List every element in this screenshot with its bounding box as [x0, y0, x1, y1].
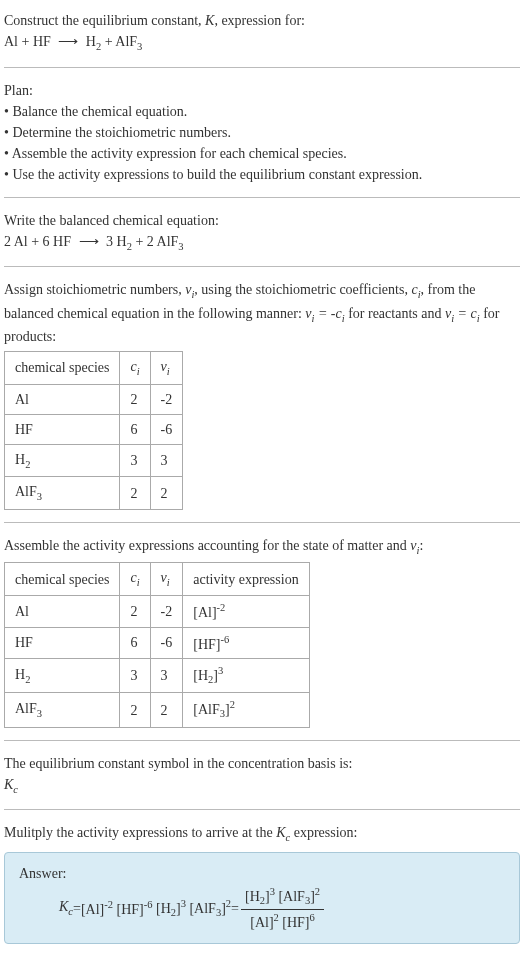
table-header: ci	[120, 563, 150, 596]
nu-symbol: νi	[185, 282, 194, 297]
cell-ci: 3	[120, 444, 150, 477]
table-header: νi	[150, 352, 183, 385]
assemble-text: :	[419, 538, 423, 553]
fraction: [H2]3 [AlF3]2 [Al]2 [HF]6	[241, 884, 324, 933]
table-header-row: chemical species ci νi activity expressi…	[5, 563, 310, 596]
balanced-block: Write the balanced chemical equation: 2 …	[4, 204, 520, 261]
ci-symbol: ci	[411, 282, 420, 297]
assemble-block: Assemble the activity expressions accoun…	[4, 529, 520, 734]
plan-item: • Use the activity expressions to build …	[4, 164, 520, 185]
cell-species: H2	[5, 659, 120, 693]
equals: =	[73, 898, 81, 919]
cell-nu: 3	[150, 444, 183, 477]
assign-block: Assign stoichiometric numbers, νi, using…	[4, 273, 520, 516]
eqconst-block: The equilibrium constant symbol in the c…	[4, 747, 520, 804]
stoich-table: chemical species ci νi Al 2 -2 HF 6 -6 H…	[4, 351, 183, 510]
term: [H2]3	[156, 896, 186, 921]
term: [AlF3]2	[189, 896, 231, 921]
plan-item: • Determine the stoichiometric numbers.	[4, 122, 520, 143]
prompt-text-b: , expression for:	[214, 13, 305, 28]
cell-activity: [HF]-6	[183, 627, 309, 659]
relation: νi = ci	[445, 306, 480, 321]
divider	[4, 740, 520, 741]
cell-species: Al	[5, 384, 120, 414]
cell-ci: 6	[120, 627, 150, 659]
table-header: activity expression	[183, 563, 309, 596]
divider	[4, 67, 520, 68]
kc-symbol: Kc	[276, 825, 290, 840]
table-row: AlF3 2 2	[5, 477, 183, 510]
table-header: νi	[150, 563, 183, 596]
cell-nu: -2	[150, 595, 183, 627]
cell-ci: 2	[120, 384, 150, 414]
cell-species: AlF3	[5, 477, 120, 510]
balanced-equation: 2 Al + 6 HF ⟶ 3 H2 + 2 AlF3	[4, 234, 184, 249]
answer-expression: Kc = [Al]-2 [HF]-6 [H2]3 [AlF3]2 = [H2]3…	[19, 884, 505, 933]
cell-nu: 2	[150, 693, 183, 727]
balanced-heading: Write the balanced chemical equation:	[4, 210, 520, 231]
relation: νi = -ci	[305, 306, 344, 321]
divider	[4, 266, 520, 267]
numerator: [H2]3 [AlF3]2	[241, 884, 324, 910]
table-header: ci	[120, 352, 150, 385]
table-row: HF 6 -6	[5, 414, 183, 444]
multiply-block: Mulitply the activity expressions to arr…	[4, 816, 520, 949]
cell-activity: [H2]3	[183, 659, 309, 693]
cell-species: HF	[5, 414, 120, 444]
unbalanced-equation: Al + HF ⟶ H2 + AlF3	[4, 34, 142, 49]
kc-symbol: Kc	[59, 896, 73, 920]
table-header: chemical species	[5, 563, 120, 596]
cell-nu: -6	[150, 414, 183, 444]
divider	[4, 197, 520, 198]
cell-activity: [Al]-2	[183, 595, 309, 627]
cell-ci: 6	[120, 414, 150, 444]
plan-item: • Assemble the activity expression for e…	[4, 143, 520, 164]
table-header: chemical species	[5, 352, 120, 385]
multiply-text: expression:	[290, 825, 357, 840]
prompt-text: Construct the equilibrium constant,	[4, 13, 205, 28]
cell-ci: 2	[120, 693, 150, 727]
prompt-K: K	[205, 13, 214, 28]
assign-text: for reactants and	[345, 306, 445, 321]
eqconst-text: The equilibrium constant symbol in the c…	[4, 753, 520, 774]
divider	[4, 809, 520, 810]
assemble-text: Assemble the activity expressions accoun…	[4, 538, 410, 553]
cell-nu: -2	[150, 384, 183, 414]
cell-ci: 3	[120, 659, 150, 693]
cell-species: AlF3	[5, 693, 120, 727]
table-row: H2 3 3 [H2]3	[5, 659, 310, 693]
table-row: Al 2 -2	[5, 384, 183, 414]
activity-table: chemical species ci νi activity expressi…	[4, 562, 310, 727]
denominator: [Al]2 [HF]6	[241, 910, 324, 933]
table-row: HF 6 -6 [HF]-6	[5, 627, 310, 659]
term: [HF]-6	[117, 897, 153, 920]
term: [Al]-2	[81, 897, 113, 920]
table-row: AlF3 2 2 [AlF3]2	[5, 693, 310, 727]
table-header-row: chemical species ci νi	[5, 352, 183, 385]
cell-activity: [AlF3]2	[183, 693, 309, 727]
cell-ci: 2	[120, 595, 150, 627]
answer-box: Answer: Kc = [Al]-2 [HF]-6 [H2]3 [AlF3]2…	[4, 852, 520, 944]
cell-ci: 2	[120, 477, 150, 510]
cell-species: H2	[5, 444, 120, 477]
assign-text: , using the stoichiometric coefficients,	[194, 282, 411, 297]
table-row: Al 2 -2 [Al]-2	[5, 595, 310, 627]
cell-nu: 3	[150, 659, 183, 693]
cell-nu: -6	[150, 627, 183, 659]
table-row: H2 3 3	[5, 444, 183, 477]
kc-symbol: Kc	[4, 774, 520, 798]
divider	[4, 522, 520, 523]
equals: =	[231, 898, 239, 919]
assign-text: Assign stoichiometric numbers,	[4, 282, 185, 297]
plan-heading: Plan:	[4, 80, 520, 101]
cell-species: HF	[5, 627, 120, 659]
plan-item: • Balance the chemical equation.	[4, 101, 520, 122]
cell-species: Al	[5, 595, 120, 627]
answer-label: Answer:	[19, 863, 505, 884]
multiply-text: Mulitply the activity expressions to arr…	[4, 825, 276, 840]
plan-block: Plan: • Balance the chemical equation. •…	[4, 74, 520, 191]
prompt-block: Construct the equilibrium constant, K, e…	[4, 4, 520, 61]
cell-nu: 2	[150, 477, 183, 510]
